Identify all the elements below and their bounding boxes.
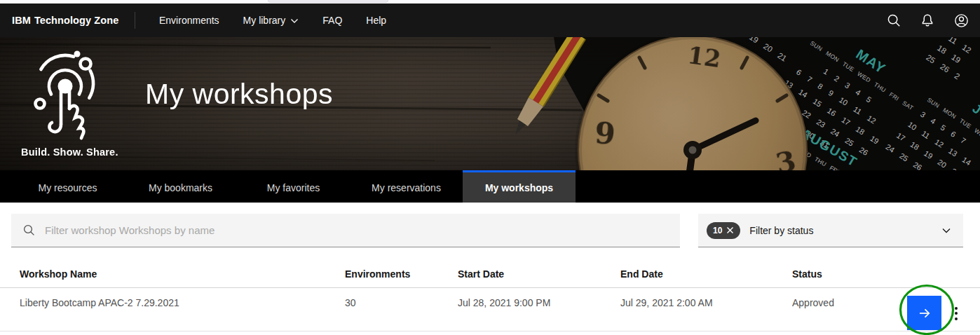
status-filter-label: Filter by status — [749, 225, 813, 236]
arrow-right-icon — [918, 306, 932, 320]
table-header-row: Workshop Name Environments Start Date En… — [0, 260, 980, 288]
col-workshop-name: Workshop Name — [20, 268, 97, 280]
tab-label: My workshops — [485, 182, 553, 193]
table-row: Liberty Bootcamp APAC-2 7.29.2021 30 Jul… — [0, 289, 980, 331]
hero-banner: 19 20 21 MAY SUN MON TUE WED THU FRI SAT… — [0, 37, 980, 170]
cell-workshop-name: Liberty Bootcamp APAC-2 7.29.2021 — [20, 297, 179, 308]
header-divider — [135, 12, 135, 29]
tab-label: My bookmarks — [149, 182, 212, 193]
nav-my-library-label: My library — [243, 15, 286, 26]
brand-prefix: IBM — [12, 15, 31, 26]
brand-name: Technology Zone — [34, 15, 118, 26]
tab-my-resources[interactable]: My resources — [11, 170, 124, 203]
logo-tagline: Build. Show. Share. — [21, 146, 126, 158]
tab-bar: My resources My bookmarks My favorites M… — [0, 170, 980, 203]
tab-my-bookmarks[interactable]: My bookmarks — [124, 170, 237, 203]
tab-label: My reservations — [372, 182, 441, 193]
user-avatar-icon[interactable] — [944, 4, 978, 37]
page-title: My workshops — [145, 78, 333, 111]
search-icon[interactable] — [877, 4, 911, 37]
status-count: 10 — [713, 226, 722, 235]
tab-label: My resources — [38, 182, 97, 193]
tab-label: My favorites — [267, 182, 320, 193]
nav-environments-label: Environments — [159, 15, 219, 26]
status-count-pill: 10 — [707, 222, 740, 239]
nav-faq-label: FAQ — [322, 15, 342, 26]
brand[interactable]: IBM Technology Zone — [12, 4, 118, 37]
col-end-date: End Date — [620, 268, 663, 280]
nav-help-label: Help — [366, 15, 386, 26]
tab-my-reservations[interactable]: My reservations — [350, 170, 463, 203]
open-workshop-button[interactable] — [907, 296, 941, 330]
chevron-down-icon — [290, 18, 299, 24]
col-environments: Environments — [345, 268, 410, 280]
header-nav: Environments My library FAQ Help — [147, 4, 398, 37]
nav-help[interactable]: Help — [354, 4, 398, 37]
clear-filter-icon[interactable] — [726, 226, 734, 234]
chevron-down-icon — [941, 226, 951, 235]
nav-my-library[interactable]: My library — [231, 4, 311, 37]
tab-my-favorites[interactable]: My favorites — [237, 170, 350, 203]
global-header: IBM Technology Zone Environments My libr… — [0, 4, 980, 37]
nav-environments[interactable]: Environments — [147, 4, 231, 37]
cell-environments: 30 — [345, 297, 356, 308]
header-actions — [877, 4, 978, 37]
notifications-bell-icon[interactable] — [911, 4, 944, 37]
build-show-share-logo-icon — [30, 50, 100, 141]
workshop-search — [11, 214, 680, 247]
col-status: Status — [792, 268, 822, 280]
tab-my-workshops[interactable]: My workshops — [463, 170, 576, 203]
row-overflow-menu-button[interactable] — [948, 297, 965, 329]
search-input[interactable] — [45, 214, 680, 247]
browser-edge-sliver — [268, 0, 388, 3]
filter-by-status-dropdown[interactable]: 10 Filter by status — [698, 214, 963, 247]
col-start-date: Start Date — [458, 268, 504, 280]
page: IBM Technology Zone Environments My libr… — [0, 0, 980, 335]
nav-faq[interactable]: FAQ — [311, 4, 354, 37]
cell-status: Approved — [792, 297, 834, 308]
search-icon — [23, 224, 35, 236]
cell-end-date: Jul 29, 2021 2:00 AM — [620, 297, 713, 308]
cell-start-date: Jul 28, 2021 9:00 PM — [458, 297, 550, 308]
